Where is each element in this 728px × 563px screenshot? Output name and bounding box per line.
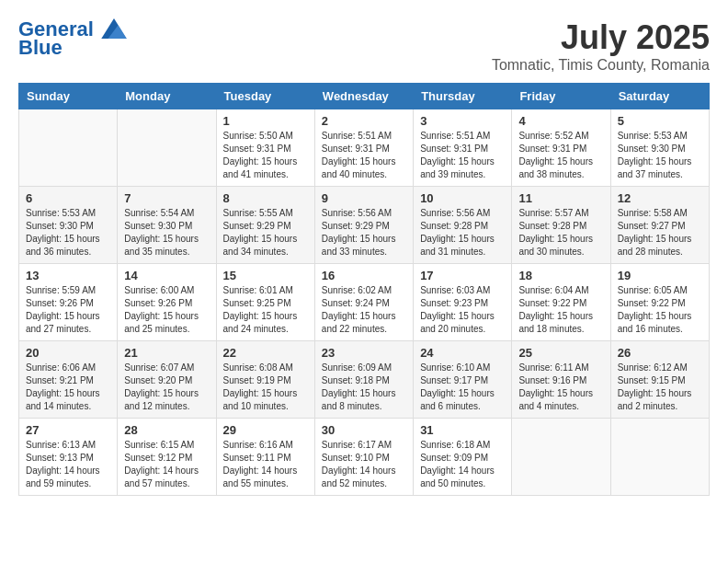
day-number: 20 [26,346,110,360]
calendar-cell: 28Sunrise: 6:15 AMSunset: 9:12 PMDayligh… [118,419,216,496]
column-header-saturday: Saturday [610,84,709,109]
day-number: 13 [26,269,110,282]
calendar-cell: 30Sunrise: 6:17 AMSunset: 9:10 PMDayligh… [314,419,413,496]
calendar-week-row: 1Sunrise: 5:50 AMSunset: 9:31 PMDaylight… [19,109,710,187]
day-number: 15 [223,269,308,282]
day-info: Sunrise: 5:50 AMSunset: 9:31 PMDaylight:… [223,130,308,181]
day-info: Sunrise: 6:00 AMSunset: 9:26 PMDaylight:… [124,284,209,336]
day-info: Sunrise: 6:15 AMSunset: 9:12 PMDaylight:… [124,439,209,490]
calendar-cell: 20Sunrise: 6:06 AMSunset: 9:21 PMDayligh… [19,341,118,419]
day-number: 10 [420,191,505,205]
column-header-thursday: Thursday [414,84,512,109]
title-area: July 2025 Tomnatic, Timis County, Romani… [492,18,710,74]
day-number: 2 [322,114,406,128]
day-number: 27 [26,423,110,437]
day-info: Sunrise: 5:58 AMSunset: 9:27 PMDaylight:… [618,207,702,259]
day-number: 31 [420,423,505,437]
calendar-cell: 19Sunrise: 6:05 AMSunset: 9:22 PMDayligh… [610,264,709,341]
day-info: Sunrise: 6:04 AMSunset: 9:22 PMDaylight:… [518,284,603,336]
day-info: Sunrise: 5:52 AMSunset: 9:31 PMDaylight:… [518,130,603,181]
day-number: 4 [518,114,603,128]
day-number: 23 [322,346,406,360]
day-info: Sunrise: 6:07 AMSunset: 9:20 PMDaylight:… [124,362,209,413]
page-header: General Blue July 2025 Tomnatic, Timis C… [18,18,710,74]
calendar-cell: 14Sunrise: 6:00 AMSunset: 9:26 PMDayligh… [118,264,216,341]
day-info: Sunrise: 6:06 AMSunset: 9:21 PMDaylight:… [26,362,110,413]
calendar-week-row: 13Sunrise: 5:59 AMSunset: 9:26 PMDayligh… [19,264,710,341]
day-info: Sunrise: 6:09 AMSunset: 9:18 PMDaylight:… [322,362,406,413]
day-info: Sunrise: 6:16 AMSunset: 9:11 PMDaylight:… [223,439,308,490]
logo: General Blue [18,18,127,59]
calendar-cell: 29Sunrise: 6:16 AMSunset: 9:11 PMDayligh… [216,419,314,496]
day-info: Sunrise: 6:18 AMSunset: 9:09 PMDaylight:… [420,439,505,490]
day-number: 14 [124,269,209,282]
calendar-cell: 3Sunrise: 5:51 AMSunset: 9:31 PMDaylight… [414,109,512,187]
day-number: 30 [322,423,406,437]
day-info: Sunrise: 6:05 AMSunset: 9:22 PMDaylight:… [618,284,702,336]
day-info: Sunrise: 6:08 AMSunset: 9:19 PMDaylight:… [223,362,308,413]
day-info: Sunrise: 5:55 AMSunset: 9:29 PMDaylight:… [223,207,308,259]
column-header-wednesday: Wednesday [314,84,413,109]
day-number: 28 [124,423,209,437]
day-info: Sunrise: 6:01 AMSunset: 9:25 PMDaylight:… [223,284,308,336]
column-header-tuesday: Tuesday [216,84,314,109]
calendar-header-row: SundayMondayTuesdayWednesdayThursdayFrid… [19,84,710,109]
day-number: 19 [618,269,702,282]
calendar-table: SundayMondayTuesdayWednesdayThursdayFrid… [18,83,710,496]
calendar-cell: 5Sunrise: 5:53 AMSunset: 9:30 PMDaylight… [610,109,709,187]
calendar-cell: 8Sunrise: 5:55 AMSunset: 9:29 PMDaylight… [216,187,314,264]
calendar-cell: 13Sunrise: 5:59 AMSunset: 9:26 PMDayligh… [19,264,118,341]
column-header-friday: Friday [512,84,610,109]
calendar-cell: 15Sunrise: 6:01 AMSunset: 9:25 PMDayligh… [216,264,314,341]
calendar-cell: 7Sunrise: 5:54 AMSunset: 9:30 PMDaylight… [118,187,216,264]
day-number: 8 [223,191,308,205]
day-info: Sunrise: 6:02 AMSunset: 9:24 PMDaylight:… [322,284,406,336]
calendar-cell: 31Sunrise: 6:18 AMSunset: 9:09 PMDayligh… [414,419,512,496]
day-info: Sunrise: 6:13 AMSunset: 9:13 PMDaylight:… [26,439,110,490]
day-number: 22 [223,346,308,360]
calendar-cell: 12Sunrise: 5:58 AMSunset: 9:27 PMDayligh… [610,187,709,264]
day-info: Sunrise: 5:56 AMSunset: 9:29 PMDaylight:… [322,207,406,259]
calendar-cell: 27Sunrise: 6:13 AMSunset: 9:13 PMDayligh… [19,419,118,496]
day-info: Sunrise: 5:51 AMSunset: 9:31 PMDaylight:… [420,130,505,181]
calendar-cell: 26Sunrise: 6:12 AMSunset: 9:15 PMDayligh… [610,341,709,419]
day-info: Sunrise: 5:53 AMSunset: 9:30 PMDaylight:… [26,207,110,259]
calendar-cell: 18Sunrise: 6:04 AMSunset: 9:22 PMDayligh… [512,264,610,341]
day-info: Sunrise: 6:10 AMSunset: 9:17 PMDaylight:… [420,362,505,413]
day-number: 5 [618,114,702,128]
day-number: 9 [322,191,406,205]
day-number: 16 [322,269,406,282]
day-info: Sunrise: 5:56 AMSunset: 9:28 PMDaylight:… [420,207,505,259]
calendar-cell: 11Sunrise: 5:57 AMSunset: 9:28 PMDayligh… [512,187,610,264]
calendar-cell: 22Sunrise: 6:08 AMSunset: 9:19 PMDayligh… [216,341,314,419]
day-number: 25 [518,346,603,360]
day-number: 24 [420,346,505,360]
calendar-week-row: 6Sunrise: 5:53 AMSunset: 9:30 PMDaylight… [19,187,710,264]
column-header-monday: Monday [118,84,216,109]
column-header-sunday: Sunday [19,84,118,109]
day-info: Sunrise: 6:17 AMSunset: 9:10 PMDaylight:… [322,439,406,490]
day-number: 18 [518,269,603,282]
day-number: 12 [618,191,702,205]
day-number: 21 [124,346,209,360]
day-number: 11 [518,191,603,205]
calendar-cell: 23Sunrise: 6:09 AMSunset: 9:18 PMDayligh… [314,341,413,419]
calendar-week-row: 27Sunrise: 6:13 AMSunset: 9:13 PMDayligh… [19,419,710,496]
day-number: 29 [223,423,308,437]
calendar-cell: 16Sunrise: 6:02 AMSunset: 9:24 PMDayligh… [314,264,413,341]
day-number: 3 [420,114,505,128]
calendar-cell [512,419,610,496]
day-info: Sunrise: 6:03 AMSunset: 9:23 PMDaylight:… [420,284,505,336]
day-number: 1 [223,114,308,128]
day-number: 17 [420,269,505,282]
calendar-cell: 6Sunrise: 5:53 AMSunset: 9:30 PMDaylight… [19,187,118,264]
day-info: Sunrise: 5:51 AMSunset: 9:31 PMDaylight:… [322,130,406,181]
calendar-cell: 2Sunrise: 5:51 AMSunset: 9:31 PMDaylight… [314,109,413,187]
day-info: Sunrise: 5:59 AMSunset: 9:26 PMDaylight:… [26,284,110,336]
day-number: 6 [26,191,110,205]
day-info: Sunrise: 5:54 AMSunset: 9:30 PMDaylight:… [124,207,209,259]
calendar-cell: 9Sunrise: 5:56 AMSunset: 9:29 PMDaylight… [314,187,413,264]
day-number: 26 [618,346,702,360]
calendar-cell [118,109,216,187]
calendar-cell: 17Sunrise: 6:03 AMSunset: 9:23 PMDayligh… [414,264,512,341]
